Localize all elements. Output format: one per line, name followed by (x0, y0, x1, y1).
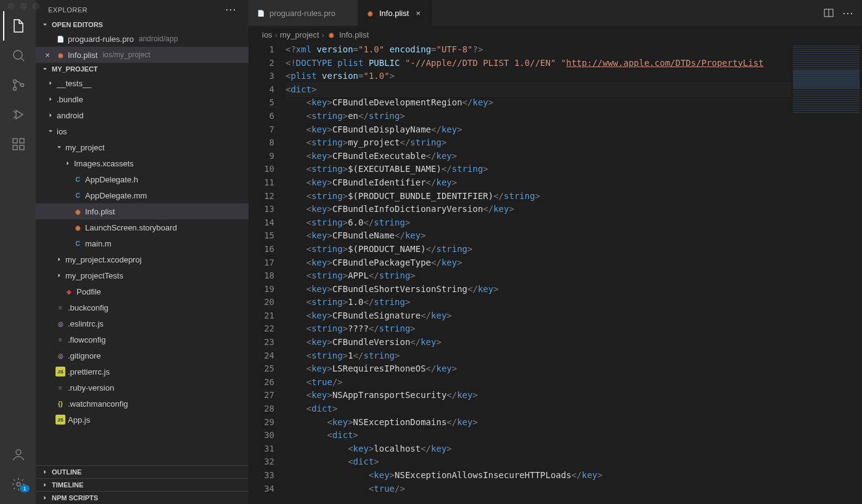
file-icon: JS (55, 415, 65, 425)
activity-extensions-icon[interactable] (3, 129, 33, 159)
file-icon: C (73, 190, 83, 200)
more-actions-icon[interactable]: ⋯ (842, 6, 853, 20)
chevron-down-icon (41, 65, 49, 73)
settings-badge: 1 (20, 485, 29, 492)
activity-account-icon[interactable] (3, 440, 33, 469)
activity-bar: 1 (0, 0, 36, 504)
folder-item[interactable]: my_project.xcodeproj (36, 251, 248, 267)
window-controls[interactable] (7, 2, 39, 10)
chevron-right-icon (55, 272, 63, 279)
file-item[interactable]: ≡.buckconfig (36, 299, 248, 315)
svg-point-1 (14, 80, 17, 83)
activity-debug-icon[interactable] (3, 100, 33, 129)
folder-item[interactable]: my_projectTests (36, 267, 248, 283)
file-item[interactable]: ≡.flowconfig (36, 331, 248, 348)
file-item[interactable]: ◉Info.plist (36, 203, 248, 219)
timeline-header[interactable]: TIMELINE (36, 478, 248, 491)
folder-item[interactable]: __tests__ (36, 75, 248, 91)
chevron-down-icon (47, 128, 54, 135)
sidebar-more-icon[interactable]: ⋯ (225, 6, 237, 14)
file-item[interactable]: ≡.ruby-version (36, 380, 248, 396)
minimize-dot[interactable] (20, 2, 27, 10)
folder-item[interactable]: ios (36, 123, 248, 139)
file-icon: C (73, 238, 83, 248)
file-item[interactable]: CAppDelegate.mm (36, 187, 248, 203)
open-editor-item[interactable]: 📄proguard-rules.proandroid/app (36, 31, 248, 47)
tab-bar: 📄proguard-rules.pro◉Info.plist× ⋯ (248, 0, 862, 26)
chevron-right-icon (47, 96, 54, 103)
file-icon: ≡ (55, 335, 65, 344)
breadcrumb[interactable]: ios›my_project›◉Info.plist (248, 26, 862, 43)
breadcrumb-segment[interactable]: ios (262, 30, 273, 39)
file-item[interactable]: JSApp.js (36, 412, 248, 428)
chevron-right-icon (41, 468, 49, 476)
svg-rect-7 (20, 145, 24, 150)
line-numbers: 1234567891011121314151617181920212223242… (248, 43, 285, 504)
folder-item[interactable]: android (36, 107, 248, 123)
open-editors-header[interactable]: OPEN EDITORS (36, 18, 248, 31)
svg-rect-6 (13, 145, 17, 150)
file-icon: ◎ (55, 351, 65, 360)
close-dot[interactable] (7, 2, 15, 10)
breadcrumb-segment[interactable]: Info.plist (339, 30, 369, 39)
chevron-right-icon (41, 481, 49, 489)
chevron-down-icon (55, 144, 63, 151)
file-icon: ≡ (55, 303, 65, 312)
file-icon: ◉ (73, 222, 83, 232)
chevron-right-icon (55, 256, 63, 263)
tab[interactable]: ◉Info.plist× (358, 0, 432, 26)
sidebar-title: EXPLORER (48, 6, 88, 14)
file-icon: 📄 (55, 34, 65, 44)
file-item[interactable]: ◉LaunchScreen.storyboard (36, 219, 248, 235)
code-editor[interactable]: <?xml version="1.0" encoding="UTF-8"?><!… (285, 43, 790, 504)
sidebar: EXPLORER ⋯ OPEN EDITORS 📄proguard-rules.… (36, 0, 248, 504)
file-icon: C (73, 174, 83, 184)
npm-scripts-header[interactable]: NPM SCRIPTS (36, 491, 248, 504)
file-icon: 📄 (256, 8, 266, 18)
chevron-right-icon (47, 79, 54, 87)
close-icon[interactable]: × (413, 9, 424, 18)
file-item[interactable]: JS.prettierrc.js (36, 364, 248, 380)
svg-rect-4 (13, 139, 17, 143)
tab[interactable]: 📄proguard-rules.pro (248, 0, 358, 26)
activity-explorer-icon[interactable] (3, 11, 33, 41)
activity-settings-icon[interactable]: 1 (3, 469, 33, 499)
svg-point-0 (14, 51, 22, 59)
file-tree: __tests__.bundleandroidiosmy_projectImag… (36, 75, 248, 465)
activity-source-control-icon[interactable] (3, 70, 33, 100)
close-icon[interactable]: × (43, 51, 52, 60)
folder-item[interactable]: .bundle (36, 91, 248, 107)
file-item[interactable]: ◎.gitignore (36, 348, 248, 364)
file-icon: {} (55, 399, 65, 408)
file-icon: ◆ (64, 287, 74, 296)
tab-actions: ⋯ (815, 0, 862, 26)
chevron-right-icon (41, 494, 49, 502)
file-icon: ◎ (55, 319, 65, 328)
file-item[interactable]: ◎.eslintrc.js (36, 315, 248, 331)
file-item[interactable]: ◆Podfile (36, 283, 248, 299)
chevron-right-icon: › (322, 30, 324, 39)
zoom-dot[interactable] (32, 2, 39, 10)
editor-area: 📄proguard-rules.pro◉Info.plist× ⋯ ios›my… (248, 0, 862, 504)
svg-point-3 (21, 84, 24, 87)
open-editor-item[interactable]: ×◉Info.plistios/my_project (36, 47, 248, 63)
project-header[interactable]: MY_PROJECT (36, 63, 248, 75)
chevron-down-icon (41, 21, 49, 28)
file-icon: JS (55, 367, 65, 376)
activity-search-icon[interactable] (3, 41, 33, 70)
file-icon: ◉ (55, 50, 65, 60)
split-editor-icon[interactable] (824, 8, 834, 18)
file-icon: ◉ (366, 8, 376, 18)
file-icon: ◉ (73, 206, 83, 216)
minimap[interactable] (790, 43, 862, 504)
folder-item[interactable]: Images.xcassets (36, 155, 248, 171)
folder-item[interactable]: my_project (36, 139, 248, 155)
breadcrumb-segment[interactable]: my_project (280, 30, 319, 39)
outline-header[interactable]: OUTLINE (36, 465, 248, 478)
open-editors-list: 📄proguard-rules.proandroid/app×◉Info.pli… (36, 31, 248, 63)
svg-point-8 (16, 450, 21, 455)
file-item[interactable]: CAppDelegate.h (36, 171, 248, 187)
file-item[interactable]: {}.watchmanconfig (36, 396, 248, 412)
file-item[interactable]: Cmain.m (36, 235, 248, 251)
file-icon: ◉ (327, 30, 337, 39)
